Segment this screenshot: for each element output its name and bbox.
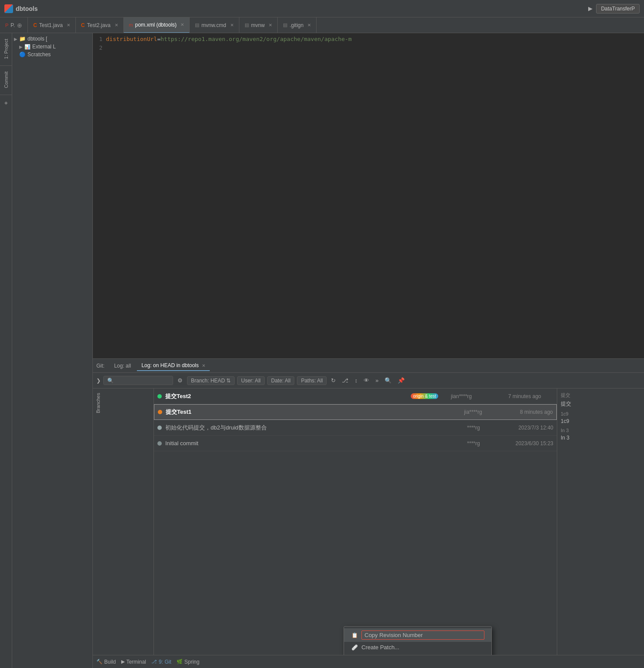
sidebar-icon-extra[interactable]: ◈ — [1, 97, 11, 108]
git-log-row-0[interactable]: 提交Test2 origin & test jian****rg 7 minut… — [154, 389, 557, 404]
build-label: Build — [104, 659, 116, 665]
terminal-icon: ▶ — [121, 659, 125, 665]
mvnw-icon-1: ▤ — [195, 22, 199, 28]
tab-test2[interactable]: C Test2.java ✕ — [76, 17, 124, 33]
tab-project[interactable]: P P. ⊕ — [0, 17, 28, 33]
logo-icon — [4, 4, 13, 13]
java-icon-2: C — [81, 22, 85, 28]
project-icon: P — [5, 23, 8, 28]
commit-time-2: 2023/7/3 12:40 — [497, 425, 553, 431]
spring-label: Spring — [184, 659, 200, 665]
scratches-icon: 🔵 — [19, 51, 26, 58]
tab-gitignore-close[interactable]: ✕ — [307, 23, 311, 27]
git-log-row-3[interactable]: Initial commit ****rg 2023/6/30 15:23 — [154, 436, 557, 451]
commit-msg-0: 提交Test2 — [165, 392, 407, 400]
tab-pom-close[interactable]: ✕ — [181, 22, 184, 27]
tab-mvnw-cmd-label: mvnw.cmd — [201, 22, 226, 28]
patch-icon: 🩹 — [351, 644, 358, 651]
commit-dot-1 — [158, 410, 162, 414]
run-icon[interactable]: ▶ — [588, 5, 593, 12]
tab-project-label: P. — [10, 22, 15, 28]
line-keyword-1: distributionUrl — [106, 36, 157, 42]
git-paths-filter[interactable]: Paths: All — [297, 376, 327, 385]
line-num-1: 1 — [93, 35, 106, 44]
git-branch-filter[interactable]: Branch: HEAD ⇅ — [187, 376, 235, 385]
title-bar: dbtools ▶ DataTransferP — [0, 0, 644, 17]
git-log-row-2[interactable]: 初始化代码提交，db2与druid数据源整合 ****rg 2023/7/3 1… — [154, 420, 557, 436]
tab-test1-close[interactable]: ✕ — [67, 23, 70, 27]
tree-item-dbtools[interactable]: ▶ 📁 dbtools [ — [12, 35, 92, 43]
tab-pom[interactable]: m pom.xml (dbtools) ✕ — [124, 17, 190, 33]
ctx-item-create-patch[interactable]: 🩹 Create Patch... — [344, 642, 491, 653]
git-user-filter-label: User: All — [241, 378, 261, 384]
tab-gitignore[interactable]: ▤ .gitign ✕ — [278, 17, 317, 33]
git-search-input[interactable] — [116, 377, 159, 384]
tab-test1[interactable]: C Test1.java ✕ — [28, 17, 76, 33]
ctx-item-cherry-pick[interactable]: 🍒 Cherry-Pick — [344, 653, 491, 655]
folder-icon-dbtools: 📁 — [19, 36, 26, 42]
git-toolbar: ❯ 🔍 ⚙ Branch: HEAD ⇅ User: All Date: All — [93, 373, 644, 389]
mvnw-icon-2: ▤ — [245, 22, 249, 28]
git-tab-log-all[interactable]: Log: all — [110, 361, 136, 371]
branch-chevron-icon: ⇅ — [226, 378, 231, 384]
git-branch-icon[interactable]: ⎇ — [340, 376, 350, 385]
tab-mvnw-cmd-close[interactable]: ✕ — [230, 23, 234, 27]
tree-item-external[interactable]: ▶ 📊 External L — [12, 43, 92, 51]
git-panel-tabs: Git: Log: all Log: on HEAD in dbtools ✕ — [93, 359, 644, 373]
build-button[interactable]: 🔨 Build — [96, 659, 116, 665]
spring-button[interactable]: 🌿 Spring — [177, 659, 200, 665]
commit-author-1: jia****rg — [453, 409, 493, 415]
commit-badges-0: origin & test — [411, 393, 438, 399]
git-tab-log-head[interactable]: Log: on HEAD in dbtools ✕ — [137, 361, 210, 371]
git-search-btn[interactable]: 🔍 — [383, 376, 393, 385]
tab-mvnw-cmd[interactable]: ▤ mvnw.cmd ✕ — [190, 17, 239, 33]
git-tab-close-icon[interactable]: ✕ — [202, 363, 205, 368]
build-icon: 🔨 — [96, 659, 102, 665]
app-title: dbtools — [16, 5, 38, 12]
git-user-filter[interactable]: User: All — [237, 376, 265, 385]
tab-gitignore-label: .gitign — [290, 22, 303, 28]
git-log-row-1[interactable]: 提交Test1 jia****rg 8 minutes ago — [154, 404, 557, 420]
git-log-container: Branches 提交Test2 origin & test jian****r… — [93, 389, 644, 655]
sidebar-label-commit[interactable]: Commit — [2, 68, 10, 92]
tree-arrow-external: ▶ — [19, 44, 23, 49]
git-button[interactable]: ⎇ 9: Git — [151, 659, 171, 665]
git-paths-filter-label: Paths: All — [301, 378, 323, 384]
git-bottom-label: 9: Git — [159, 659, 171, 665]
line-content-1: distributionUrl=https://repo1.maven.org/… — [106, 35, 352, 44]
editor-line-1: 1 distributionUrl=https://repo1.maven.or… — [93, 35, 644, 44]
tab-test2-close[interactable]: ✕ — [115, 23, 118, 27]
data-transfer-button[interactable]: DataTransferP — [596, 4, 640, 14]
line-num-2: 2 — [93, 44, 106, 52]
tab-add-icon[interactable]: ⊕ — [17, 22, 22, 29]
git-date-filter-label: Date: All — [271, 378, 291, 384]
git-collapse-arrow[interactable]: ❯ — [96, 378, 101, 384]
main-layout: 1: Project Commit ◈ ▶ 📁 dbtools [ ▶ 📊 Ex… — [0, 33, 644, 668]
commit-dot-2 — [157, 426, 162, 430]
git-settings-icon[interactable]: ⚙ — [176, 376, 184, 385]
git-pin-icon[interactable]: 📌 — [396, 376, 406, 385]
detail-value-in: In 3 — [561, 435, 641, 441]
tab-mvnw[interactable]: ▤ mvnw ✕ — [239, 17, 278, 33]
commit-msg-1: 提交Test1 — [166, 408, 446, 416]
git-sort-icon[interactable]: ↕ — [353, 376, 359, 385]
search-icon: 🔍 — [107, 378, 114, 384]
commit-time-0: 7 minutes ago — [484, 393, 541, 399]
branches-label[interactable]: Branches — [93, 389, 153, 417]
ctx-create-patch-label: Create Patch... — [361, 644, 484, 651]
git-refresh-icon[interactable]: ↻ — [329, 376, 337, 385]
git-date-filter[interactable]: Date: All — [267, 376, 295, 385]
terminal-button[interactable]: ▶ Terminal — [121, 659, 146, 665]
ctx-item-copy-revision[interactable]: 📋 Copy Revision Number — [344, 628, 491, 642]
detail-label-1: 提交 — [561, 392, 641, 399]
sidebar-label-project[interactable]: 1: Project — [2, 35, 10, 62]
git-label: Git: — [96, 363, 105, 369]
tree-item-scratches[interactable]: 🔵 Scratches — [12, 51, 92, 58]
gitignore-icon: ▤ — [283, 22, 287, 28]
git-eye-icon[interactable]: 👁 — [362, 376, 371, 385]
tab-test2-label: Test2.java — [87, 22, 111, 28]
tab-mvnw-close[interactable]: ✕ — [269, 23, 272, 27]
git-more-icon[interactable]: » — [374, 376, 380, 385]
git-search-box[interactable]: 🔍 — [103, 376, 173, 385]
editor-line-2: 2 — [93, 44, 644, 52]
